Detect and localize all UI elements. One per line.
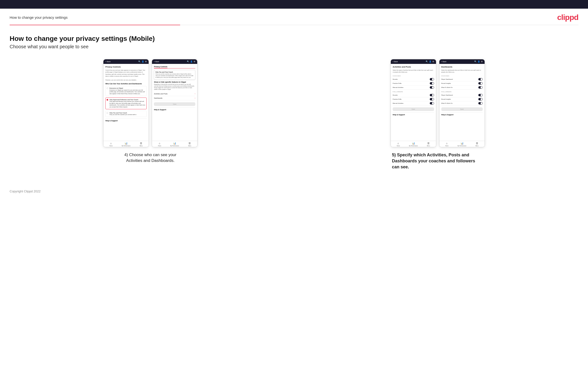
search-icon[interactable]: 🔍 [138, 60, 141, 63]
performance-icon-4: 📊 [460, 142, 463, 145]
person-icon[interactable]: 👤 [142, 60, 144, 63]
nav-row-dashboards[interactable]: Dashboards › [154, 96, 195, 100]
nav-label-dashboards: Dashboards [154, 97, 162, 99]
phone4-title: Dashboards [441, 66, 483, 68]
radio-dot-approved [106, 99, 108, 101]
nav-arrow-activities: › [195, 93, 196, 95]
phone-mockup-1: < Back 🔍 👤 ⚙ Privacy Controls Control ho… [103, 59, 149, 147]
toggle-followers-manual[interactable]: Manual Activities [393, 101, 434, 105]
bottom-nav-menu-3[interactable]: ☰ Menu [421, 142, 436, 147]
toggle-switch-player-c[interactable] [478, 78, 483, 80]
radio-dot-coach [106, 112, 108, 114]
toggle-followers-player-dash[interactable]: Player Dashboard [441, 93, 483, 97]
menu-label-1: Menu [140, 145, 143, 147]
radio-option-coach[interactable]: Only You and Your Coach Only you and the… [105, 111, 147, 117]
toggle-followers-round-insights[interactable]: Round Insights [441, 97, 483, 101]
toggle-switch-insights-f[interactable] [478, 98, 483, 100]
toggle-coaches-rounds[interactable]: Rounds [393, 77, 434, 81]
phone2-bottom-nav: ⌂ Home 📊 My Performance ☰ Menu [152, 141, 197, 147]
settings-icon-2[interactable]: ⚙ [194, 60, 195, 63]
bottom-nav-menu-4[interactable]: ☰ Menu [469, 142, 484, 147]
toggle-coaches-manual[interactable]: Manual Activities [393, 85, 434, 90]
footer: Copyright Clippd 2022 [0, 185, 588, 198]
toggle-switch-player-f[interactable] [478, 94, 483, 96]
settings-icon-3[interactable]: ⚙ [432, 60, 434, 63]
phone4-back[interactable]: < Back [441, 61, 447, 62]
phone4-bottom-nav: ⌂ Home 📊 My Performance ☰ Menu [439, 141, 484, 147]
bottom-nav-performance-4[interactable]: 📊 My Performance [454, 142, 469, 147]
toggle-coaches-work-on[interactable]: What To Work On [441, 85, 483, 90]
toggle-label-player-f: Player Dashboard [441, 94, 453, 96]
toggle-followers-drills[interactable]: Practice Drills [393, 97, 434, 101]
settings-icon-4[interactable]: ⚙ [481, 60, 483, 63]
bottom-nav-performance-1[interactable]: 📊 My Performance [119, 142, 134, 147]
toggle-coaches-drills[interactable]: Practice Drills [393, 81, 434, 85]
menu-label-3: Menu [427, 145, 430, 147]
phone2-dropdown[interactable]: Only You and Your Coach Only you and the… [154, 70, 195, 80]
person-icon-4[interactable]: 👤 [478, 60, 480, 63]
radio-option-approved[interactable]: Only Approved Followers and Your Coach O… [105, 98, 147, 109]
home-label-4: Home [445, 145, 448, 147]
show-hide-text: Regardless of the privacy controls that … [154, 83, 195, 90]
toggle-coaches-round-insights[interactable]: Round Insights [441, 81, 483, 85]
toggle-label-manual-c: Manual Activities [393, 87, 404, 88]
performance-label-1: My Performance [122, 145, 130, 147]
nav-row-activities[interactable]: Activities and Posts › [154, 92, 195, 96]
phone1-subheading: Who Can See Your Activities and Dashboar… [105, 83, 147, 84]
phone3-followers-label: FOLLOWERS [393, 91, 434, 92]
phone2-tab[interactable]: Privacy Controls [154, 66, 167, 68]
phone1-body-text2: However, you can control who can see you… [105, 79, 147, 81]
search-icon-4[interactable]: 🔍 [474, 60, 477, 63]
search-icon-2[interactable]: 🔍 [187, 60, 189, 63]
save-button-3[interactable]: Save [393, 107, 434, 111]
show-hide-title: Show or hide specific features in Clippd [154, 81, 195, 83]
toggle-switch-rounds-f[interactable] [430, 94, 434, 96]
toggle-label-rounds-c: Rounds [393, 79, 398, 80]
bottom-nav-performance-3[interactable]: 📊 My Performance [406, 142, 421, 147]
phone2-back[interactable]: < Back [154, 61, 159, 62]
top-navigation-bar [0, 0, 588, 9]
person-icon-2[interactable]: 👤 [190, 60, 193, 63]
toggle-switch-manual-c[interactable] [430, 86, 434, 89]
performance-icon-2: 📊 [173, 142, 176, 145]
phone4-followers-label: FOLLOWERS [441, 91, 483, 92]
toggle-followers-work-on[interactable]: What To Work On [441, 101, 483, 105]
phone3-back[interactable]: < Back [393, 61, 398, 62]
bottom-nav-home-1[interactable]: ⌂ Home [104, 142, 119, 147]
toggle-switch-workon-c[interactable] [478, 86, 483, 89]
menu-icon-3: ☰ [427, 142, 430, 145]
bottom-nav-menu-1[interactable]: ☰ Menu [134, 142, 149, 147]
toggle-label-insights-c: Round Insights [441, 83, 451, 84]
phone4-desc: Select the dashboards that you'd like to… [441, 69, 483, 73]
main-content: How to change your privacy settings (Mob… [0, 25, 588, 185]
toggle-switch-drills-f[interactable] [430, 98, 434, 100]
radio-option-everyone[interactable]: Everyone on Clippd Everyone on Clippd ca… [105, 86, 147, 96]
bottom-nav-menu-2[interactable]: ☰ Menu [182, 142, 198, 147]
radio-text-everyone: Everyone on Clippd Everyone on Clippd ca… [109, 87, 146, 95]
toggle-switch-manual-f[interactable] [430, 102, 434, 104]
phone1-body-text: Control how you and your data appears to… [105, 69, 147, 77]
phone1-back[interactable]: < Back [105, 61, 111, 62]
toggle-coaches-player-dash[interactable]: Player Dashboard [441, 77, 483, 81]
bottom-nav-home-3[interactable]: ⌂ Home [391, 142, 406, 147]
toggle-followers-rounds[interactable]: Rounds [393, 93, 434, 97]
settings-icon[interactable]: ⚙ [145, 60, 147, 63]
toggle-switch-insights-c[interactable] [478, 82, 483, 84]
bottom-nav-home-4[interactable]: ⌂ Home [439, 142, 455, 147]
save-button-4[interactable]: Save [441, 107, 483, 111]
save-button-2[interactable]: Save [154, 102, 195, 106]
toggle-switch-workon-f[interactable] [478, 102, 483, 104]
phone3-coaches-label: COACHES [393, 75, 434, 77]
menu-label-2: Menu [188, 145, 191, 147]
bottom-nav-home-2[interactable]: ⌂ Home [152, 142, 167, 147]
toggle-switch-drills-c[interactable] [430, 82, 434, 84]
bottom-nav-performance-2[interactable]: 📊 My Performance [167, 142, 182, 147]
copyright-text: Copyright Clippd 2022 [10, 190, 41, 193]
phone1-body: Privacy Controls Control how you and you… [104, 64, 149, 141]
person-icon-3[interactable]: 👤 [429, 60, 432, 63]
search-icon-3[interactable]: 🔍 [426, 60, 428, 63]
toggle-switch-rounds-c[interactable] [430, 78, 434, 80]
phone4-icons: 🔍 👤 ⚙ [474, 60, 483, 63]
phone2-tab-row: Privacy Controls [154, 66, 195, 68]
phone1-title: Privacy Controls [105, 66, 147, 68]
